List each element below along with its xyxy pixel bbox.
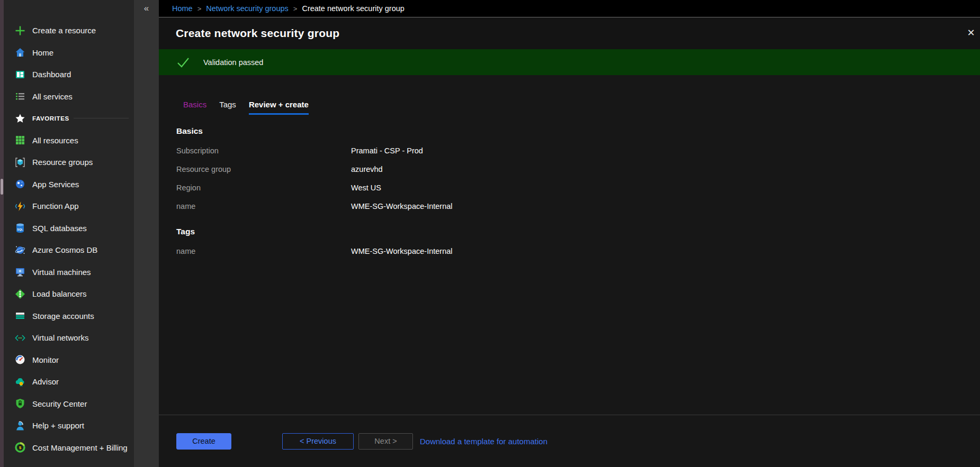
help-support-icon: [14, 420, 26, 432]
sidebar-item-resource-groups[interactable]: Resource groups: [4, 151, 134, 173]
sidebar-section-favorites: FAVORITES: [4, 107, 134, 130]
sql-databases-icon: SQL: [14, 222, 26, 234]
svg-text:$: $: [19, 445, 22, 450]
sidebar-item-label: Home: [32, 48, 53, 57]
sidebar-item-label: Monitor: [32, 355, 59, 364]
sidebar-item-app-services[interactable]: App Services: [4, 173, 134, 196]
sidebar-item-function-app[interactable]: Function App: [4, 195, 134, 217]
sidebar-item-all-services[interactable]: All services: [4, 86, 134, 108]
sidebar-item-label: All resources: [32, 136, 78, 145]
advisor-icon: [14, 376, 26, 388]
security-center-icon: [14, 398, 26, 409]
sidebar-item-cost-management-billing[interactable]: $Cost Management + Billing: [4, 437, 134, 459]
download-template-link[interactable]: Download a template for automation: [420, 437, 547, 446]
tab-review-create[interactable]: Review + create: [249, 100, 309, 115]
review-row-basics-subscription: SubscriptionPramati - CSP - Prod: [176, 141, 980, 160]
sidebar-item-label: FAVORITES: [32, 115, 69, 122]
cosmos-db-icon: [14, 244, 26, 256]
section-heading-basics: Basics: [176, 126, 980, 136]
azure-portal-window: Create a resourceHomeDashboardAll servic…: [0, 0, 980, 467]
sidebar-item-storage-accounts[interactable]: Storage accounts: [4, 305, 134, 327]
sidebar-item-label: Load balancers: [32, 289, 87, 298]
favorites-divider: [74, 118, 129, 118]
grid-icon: [14, 134, 26, 146]
breadcrumb-separator-icon: >: [197, 5, 202, 13]
create-button[interactable]: Create: [176, 433, 231, 450]
sidebar-item-home[interactable]: Home: [4, 42, 134, 64]
sidebar-item-sql-databases[interactable]: SQLSQL databases: [4, 217, 134, 240]
dashboard-icon: [14, 69, 26, 80]
review-label: name: [176, 202, 351, 210]
sidebar-item-label: Create a resource: [32, 26, 96, 35]
previous-button[interactable]: < Previous: [282, 433, 354, 450]
sidebar-item-load-balancers[interactable]: Load balancers: [4, 283, 134, 305]
validation-status-text: Validation passed: [203, 58, 263, 67]
sidebar-item-all-resources[interactable]: All resources: [4, 130, 134, 152]
review-value: West US: [351, 184, 381, 192]
section-heading-tags: Tags: [176, 227, 980, 236]
tab-bar: BasicsTagsReview + create: [159, 75, 980, 115]
review-label: Resource group: [176, 165, 351, 173]
breadcrumb-create-network-security-group: Create network security group: [302, 4, 404, 13]
sidebar-item-azure-cosmos-db[interactable]: Azure Cosmos DB: [4, 239, 134, 261]
sidebar-scrollbar-thumb[interactable]: [1, 179, 3, 195]
review-value: Pramati - CSP - Prod: [351, 146, 423, 155]
sidebar-item-label: Virtual machines: [32, 268, 91, 277]
review-label: Region: [176, 184, 351, 192]
all-services-icon: [14, 90, 26, 102]
sidebar-item-security-center[interactable]: Security Center: [4, 393, 134, 415]
tab-tags[interactable]: Tags: [219, 100, 236, 115]
sidebar-item-label: Storage accounts: [32, 312, 94, 321]
review-value: WME-SG-Workspace-Internal: [351, 247, 453, 255]
plus-icon: [14, 25, 26, 36]
create-nsg-blade: Home>Network security groups>Create netw…: [159, 0, 980, 467]
sidebar-item-monitor[interactable]: Monitor: [4, 349, 134, 371]
sidebar-item-virtual-machines[interactable]: Virtual machines: [4, 261, 134, 283]
virtual-networks-icon: [14, 332, 26, 344]
breadcrumb-home[interactable]: Home: [172, 4, 193, 13]
breadcrumb-network-security-groups[interactable]: Network security groups: [206, 4, 289, 13]
sidebar-item-dashboard[interactable]: Dashboard: [4, 63, 134, 86]
sidebar-item-help-support[interactable]: Help + support: [4, 415, 134, 437]
sidebar-scrollbar[interactable]: [0, 0, 4, 467]
app-services-icon: [14, 178, 26, 190]
validation-banner: Validation passed: [159, 49, 980, 75]
sidebar-item-virtual-networks[interactable]: Virtual networks: [4, 327, 134, 349]
storage-accounts-icon: [14, 310, 26, 322]
sidebar-item-label: App Services: [32, 180, 79, 189]
tab-basics[interactable]: Basics: [183, 100, 206, 115]
breadcrumb: Home>Network security groups>Create netw…: [159, 0, 980, 17]
sidebar-item-advisor[interactable]: Advisor: [4, 371, 134, 393]
resource-groups-icon: [14, 157, 26, 168]
svg-text:SQL: SQL: [17, 228, 23, 231]
review-summary: BasicsSubscriptionPramati - CSP - ProdRe…: [159, 126, 980, 260]
sidebar-item-label: Security Center: [32, 399, 87, 408]
review-label: Subscription: [176, 146, 351, 155]
footer-bar: Create < Previous Next > Download a temp…: [159, 415, 980, 467]
sidebar-item-label: Advisor: [32, 377, 59, 386]
collapse-sidebar-icon[interactable]: «: [134, 3, 159, 14]
sidebar-item-label: Cost Management + Billing: [32, 443, 128, 452]
review-value: azurevhd: [351, 165, 383, 173]
check-icon: [177, 57, 190, 68]
home-icon: [14, 47, 26, 58]
blade-header: Create network security group ✕: [159, 17, 980, 49]
function-app-icon: [14, 200, 26, 212]
blade-content: BasicsTagsReview + create BasicsSubscrip…: [159, 75, 980, 415]
load-balancers-icon: [14, 288, 26, 300]
review-row-basics-resource-group: Resource groupazurevhd: [176, 160, 980, 178]
review-row-basics-name: nameWME-SG-Workspace-Internal: [176, 197, 980, 215]
review-label: name: [176, 247, 351, 255]
sidebar-item-label: Virtual networks: [32, 333, 88, 342]
review-value: WME-SG-Workspace-Internal: [351, 202, 453, 210]
page-title: Create network security group: [176, 27, 339, 40]
next-button[interactable]: Next >: [358, 433, 413, 450]
review-row-basics-region: RegionWest US: [176, 178, 980, 197]
close-icon[interactable]: ✕: [963, 25, 979, 41]
sidebar-item-label: All services: [32, 92, 73, 101]
sidebar-item-label: Azure Cosmos DB: [32, 245, 97, 254]
sidebar-item-label: Help + support: [32, 421, 84, 430]
sidebar-item-label: SQL databases: [32, 224, 87, 233]
sidebar-item-create-a-resource[interactable]: Create a resource: [4, 20, 134, 42]
virtual-machines-icon: [14, 266, 26, 278]
